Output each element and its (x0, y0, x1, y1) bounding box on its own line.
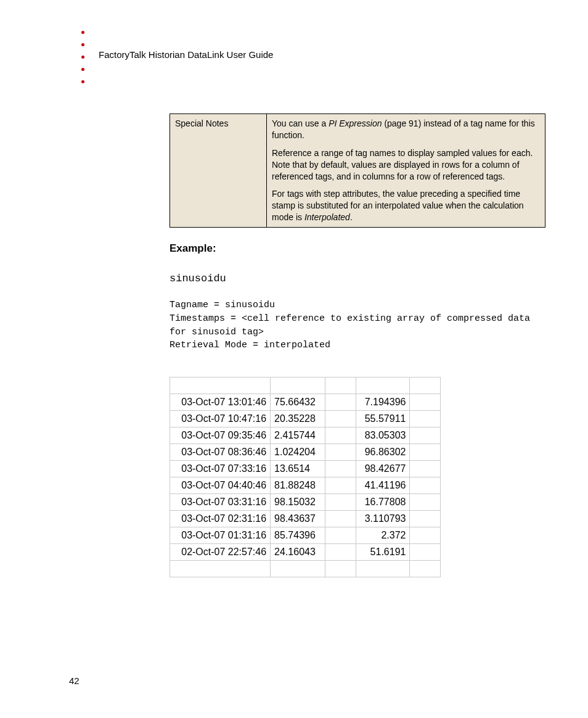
cell-value-1: 2.415744 (271, 427, 325, 444)
cell-value-2: 96.86302 (356, 444, 410, 461)
text: . (350, 212, 353, 222)
table-row: 03-Oct-07 10:47:1620.3522855.57911 (170, 411, 441, 427)
pi-expression-term: PI Expression (329, 118, 382, 128)
page: FactoryTalk Historian DataLink User Guid… (0, 0, 588, 718)
page-number: 42 (69, 675, 80, 686)
cell-value-2: 16.77808 (356, 494, 410, 511)
table-row: 03-Oct-07 13:01:4675.664327.194396 (170, 394, 441, 411)
cell-spacer (325, 544, 356, 561)
cell-value-1: 75.66432 (271, 394, 325, 411)
cell-tail (410, 444, 441, 461)
table-row-empty (170, 378, 441, 394)
decorative-dots (81, 31, 84, 83)
cell-timestamp: 03-Oct-07 10:47:16 (170, 411, 271, 427)
cell-timestamp: 02-Oct-07 22:57:46 (170, 544, 271, 561)
cell-spacer (325, 411, 356, 427)
cell-value-2: 2.372 (356, 527, 410, 544)
table-row: 03-Oct-07 09:35:462.41574483.05303 (170, 427, 441, 444)
cell-spacer (325, 511, 356, 527)
dot-icon (81, 43, 84, 46)
cell-value-2: 3.110793 (356, 511, 410, 527)
cell-value-2: 41.41196 (356, 477, 410, 494)
cell-spacer (325, 461, 356, 477)
dot-icon (81, 68, 84, 71)
cell-spacer (325, 477, 356, 494)
table-row: 02-Oct-07 22:57:4624.1604351.6191 (170, 544, 441, 561)
cell-tail (410, 527, 441, 544)
table-row-empty (170, 561, 441, 577)
example-tag: sinusoidu (169, 272, 545, 286)
cell-timestamp: 03-Oct-07 08:36:46 (170, 444, 271, 461)
special-notes-table: Special Notes You can use a PI Expressio… (169, 113, 545, 228)
cell-timestamp: 03-Oct-07 03:31:16 (170, 494, 271, 511)
dot-icon (81, 80, 84, 83)
example-parameters: Tagname = sinusoidu Timestamps = <cell r… (169, 299, 545, 352)
cell-value-1: 1.024204 (271, 444, 325, 461)
cell-tail (410, 544, 441, 561)
table-row: 03-Oct-07 02:31:1698.436373.110793 (170, 511, 441, 527)
cell-timestamp: 03-Oct-07 02:31:16 (170, 511, 271, 527)
cell-value-2: 7.194396 (356, 394, 410, 411)
notes-paragraph-2: Reference a range of tag names to displa… (272, 147, 540, 183)
interpolated-term: Interpolated (304, 212, 350, 222)
dot-icon (81, 31, 84, 34)
cell-value-1: 98.15032 (271, 494, 325, 511)
special-notes-label: Special Notes (170, 114, 267, 228)
cell-value-2: 51.6191 (356, 544, 410, 561)
content-area: Special Notes You can use a PI Expressio… (169, 113, 545, 577)
cell-timestamp: 03-Oct-07 13:01:46 (170, 394, 271, 411)
cell-value-1: 81.88248 (271, 477, 325, 494)
special-notes-body: You can use a PI Expression (page 91) in… (267, 114, 545, 228)
example-heading: Example: (169, 242, 545, 255)
cell-tail (410, 461, 441, 477)
cell-value-2: 98.42677 (356, 461, 410, 477)
cell-spacer (325, 394, 356, 411)
cell-tail (410, 394, 441, 411)
cell-value-2: 83.05303 (356, 427, 410, 444)
cell-value-1: 13.6514 (271, 461, 325, 477)
table-row: 03-Oct-07 03:31:1698.1503216.77808 (170, 494, 441, 511)
cell-spacer (325, 444, 356, 461)
dot-icon (81, 56, 84, 59)
cell-value-1: 20.35228 (271, 411, 325, 427)
cell-timestamp: 03-Oct-07 09:35:46 (170, 427, 271, 444)
cell-tail (410, 511, 441, 527)
table-row: 03-Oct-07 01:31:1685.743962.372 (170, 527, 441, 544)
cell-timestamp: 03-Oct-07 01:31:16 (170, 527, 271, 544)
cell-value-2: 55.57911 (356, 411, 410, 427)
table-row: 03-Oct-07 07:33:1613.651498.42677 (170, 461, 441, 477)
cell-tail (410, 427, 441, 444)
cell-spacer (325, 527, 356, 544)
cell-spacer (325, 427, 356, 444)
cell-value-1: 85.74396 (271, 527, 325, 544)
data-grid: 03-Oct-07 13:01:4675.664327.19439603-Oct… (169, 377, 441, 577)
notes-paragraph-1: You can use a PI Expression (page 91) in… (272, 118, 540, 141)
text: You can use a (272, 118, 329, 128)
cell-tail (410, 411, 441, 427)
cell-value-1: 24.16043 (271, 544, 325, 561)
cell-timestamp: 03-Oct-07 07:33:16 (170, 461, 271, 477)
table-row: 03-Oct-07 08:36:461.02420496.86302 (170, 444, 441, 461)
cell-spacer (325, 494, 356, 511)
cell-value-1: 98.43637 (271, 511, 325, 527)
cell-timestamp: 03-Oct-07 04:40:46 (170, 477, 271, 494)
cell-tail (410, 494, 441, 511)
page-header-title: FactoryTalk Historian DataLink User Guid… (99, 49, 273, 60)
cell-tail (410, 477, 441, 494)
notes-paragraph-3: For tags with step attributes, the value… (272, 188, 540, 223)
table-row: 03-Oct-07 04:40:4681.8824841.41196 (170, 477, 441, 494)
